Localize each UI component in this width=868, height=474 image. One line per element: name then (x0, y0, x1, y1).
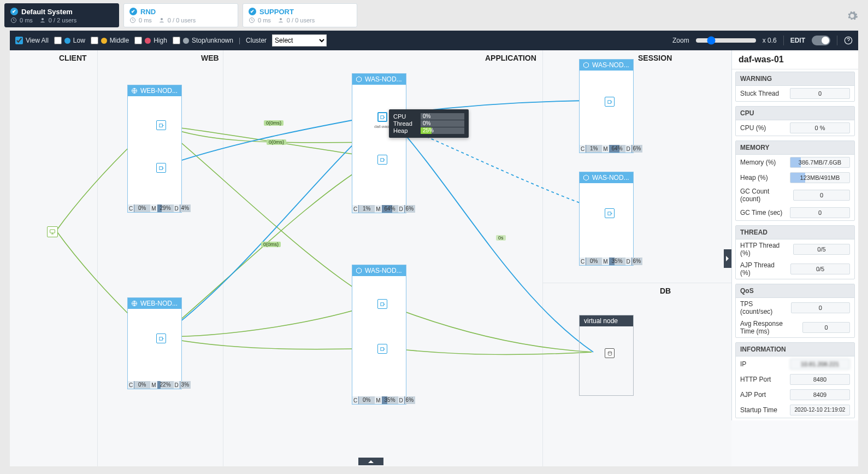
node-metrics: C0% M35% D6% (580, 258, 633, 265)
value-box: 0 % (790, 122, 850, 133)
port-icon[interactable] (377, 299, 387, 309)
node-web1[interactable]: WEB-NOD... C0% M29% D4% (127, 85, 182, 213)
svg-marker-21 (584, 175, 589, 180)
port-icon[interactable] (377, 344, 387, 354)
settings-button[interactable] (846, 10, 858, 24)
port-icon[interactable] (605, 348, 615, 358)
port-icon[interactable] (377, 155, 387, 165)
node-tooltip: CPU0% Thread0% Heap25% (389, 109, 469, 138)
topology-canvas[interactable]: CLIENT WEB APPLICATION SESSION DB (10, 50, 731, 466)
node-was4[interactable]: WAS-NOD... C0% M35% D6% (579, 172, 634, 266)
svg-rect-14 (380, 115, 383, 119)
port-icon[interactable] (156, 333, 166, 343)
globe-icon (131, 300, 138, 307)
bottom-expand-tab[interactable] (358, 458, 383, 465)
clock-icon (10, 17, 17, 24)
svg-point-3 (161, 18, 163, 20)
clock-icon (129, 17, 136, 24)
panel-qos: QoS TPS (count/sec)0 Avg Response Time (… (735, 284, 855, 338)
zoom-slider[interactable] (696, 38, 756, 43)
system-tab-support[interactable]: ✔SUPPORT 0 ms0 / 0 users (243, 3, 357, 27)
detail-title: daf-was-01 (732, 50, 858, 69)
cluster-label: Cluster (246, 37, 267, 44)
svg-point-5 (280, 18, 282, 20)
node-metrics: C0% M29% D4% (128, 204, 181, 212)
node-virtual[interactable]: virtual node (579, 315, 634, 396)
node-metrics: C1% M64% D6% (352, 205, 406, 213)
value-box: 0 (790, 207, 850, 218)
col-session: SESSION (638, 54, 672, 62)
filter-stop[interactable]: Stop/unknown (173, 37, 233, 44)
panel-thread: THREAD HTTP Thread (%)0/5 AJP Thread (%)… (735, 225, 855, 279)
port-icon[interactable] (156, 163, 166, 173)
svg-marker-16 (357, 268, 362, 273)
system-tab-default[interactable]: ✔Default System 0 ms0 / 2 users (4, 3, 119, 27)
filter-high[interactable]: High (134, 37, 167, 44)
kube-icon (356, 76, 362, 83)
filter-bar: View All Low Middle High Stop/unknown | … (10, 31, 858, 50)
value-box: 0/5 (793, 244, 850, 255)
dot-icon (183, 38, 189, 44)
svg-marker-13 (357, 77, 362, 82)
node-web2[interactable]: WEB-NOD... C0% M22% D3% (127, 297, 182, 389)
svg-rect-18 (380, 347, 383, 350)
globe-icon (131, 87, 138, 94)
users-icon (158, 17, 165, 24)
dot-icon (101, 38, 107, 44)
dot-icon (145, 38, 151, 44)
value-box: 0 (802, 322, 850, 333)
monitor-icon (49, 229, 56, 235)
svg-rect-7 (50, 230, 55, 233)
port-icon[interactable] (605, 97, 615, 107)
client-node[interactable] (47, 226, 58, 237)
panel-warning: WARNING Stuck Thread0 (735, 72, 855, 102)
node-metrics: C0% M22% D3% (128, 381, 181, 389)
value-box: 0/5 (790, 264, 850, 274)
system-tab-rnd[interactable]: ✔RND 0 ms0 / 0 users (123, 3, 238, 27)
check-icon: ✔ (10, 8, 18, 15)
edit-label: EDIT (790, 37, 805, 44)
users-icon (277, 17, 284, 24)
svg-point-1 (42, 18, 44, 20)
value-box: 8409 (790, 389, 850, 400)
system-name: Default System (21, 8, 73, 16)
svg-marker-19 (584, 62, 589, 68)
link-label: 0(0ms) (264, 120, 284, 126)
zoom-value: x 0.6 (763, 37, 777, 44)
edit-toggle[interactable] (812, 36, 830, 45)
filter-low[interactable]: Low (54, 37, 85, 44)
value-box: 8480 (790, 374, 850, 385)
filter-viewall[interactable]: View All (15, 37, 49, 44)
cluster-select[interactable]: Select (272, 34, 327, 46)
clock-icon (249, 17, 255, 24)
panel-memory: MEMORY Memory (%)386.7MB/7.6GB Heap (%)1… (735, 141, 855, 221)
svg-rect-20 (607, 100, 611, 103)
node-metrics: C0% M35% D6% (352, 396, 406, 404)
node-was1[interactable]: WAS-NOD... daf-was-0... C1% M64% D6% (352, 73, 406, 213)
port-icon[interactable] (156, 120, 166, 130)
value-box: 2020-12-10 21:19:02 (790, 405, 850, 416)
port-icon[interactable] (377, 112, 387, 122)
node-was2[interactable]: WAS-NOD... C0% M35% D6% (352, 265, 406, 405)
panel-information: INFORMATION IP10.81.208.221 HTTP Port848… (735, 342, 855, 418)
chevron-right-icon (725, 255, 730, 262)
help-icon[interactable] (844, 36, 853, 45)
svg-point-23 (608, 351, 611, 353)
kube-icon (356, 267, 362, 274)
svg-rect-22 (607, 212, 611, 215)
node-was3[interactable]: WAS-NOD... C1% M64% D6% (579, 59, 634, 153)
filter-middle[interactable]: Middle (91, 37, 129, 44)
check-icon: ✔ (129, 8, 137, 15)
users-icon (39, 17, 46, 24)
kube-icon (583, 62, 589, 68)
link-label: 0(0ms) (261, 242, 281, 247)
svg-rect-10 (159, 166, 162, 169)
col-app: APPLICATION (485, 54, 536, 62)
port-icon[interactable] (605, 208, 615, 218)
panel-cpu: CPU CPU (%)0 % (735, 106, 855, 136)
system-name: RND (140, 8, 156, 16)
svg-rect-12 (159, 337, 162, 340)
col-client: CLIENT (59, 54, 87, 62)
link-label: 0(0ms) (267, 139, 286, 145)
side-collapse-tab[interactable] (724, 249, 731, 268)
